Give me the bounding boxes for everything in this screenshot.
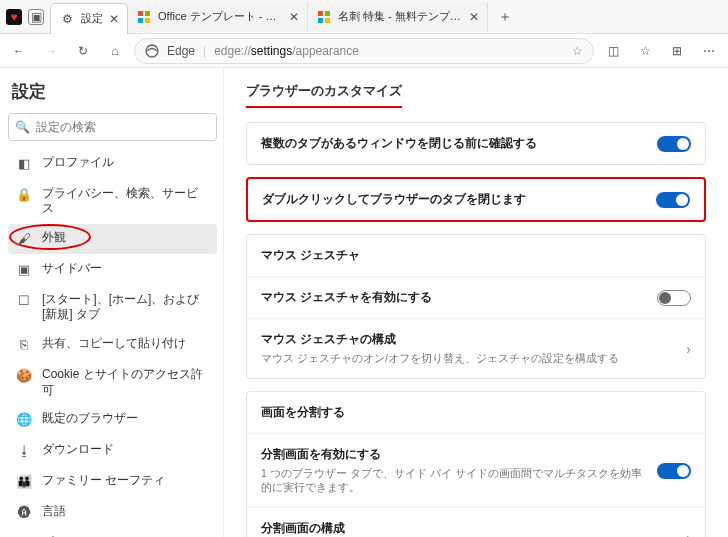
tab-settings[interactable]: ⚙ 設定 ✕ — [50, 3, 128, 34]
lock-icon: 🔒 — [16, 187, 32, 204]
search-input[interactable] — [36, 120, 210, 134]
sidebar-item-sidebar[interactable]: ▣サイドバー — [8, 255, 217, 285]
tab-label: 名刺 特集 - 無料テンプレート公開中 — [338, 9, 463, 24]
sidebar-item-profile[interactable]: ◧プロファイル — [8, 149, 217, 179]
settings-main: ブラウザーのカスタマイズ 複数のタブがあるウィンドウを閉じる前に確認する ダブル… — [224, 68, 728, 537]
home-button[interactable]: ⌂ — [102, 38, 128, 64]
browser-icon: 🌐 — [16, 412, 32, 429]
browser-toolbar: ← → ↻ ⌂ Edge | edge://settings/appearanc… — [0, 34, 728, 68]
svg-rect-1 — [145, 11, 150, 16]
edge-icon — [145, 44, 159, 58]
ms-icon — [136, 9, 152, 25]
family-icon: 👪 — [16, 474, 32, 491]
language-icon: 🅐 — [16, 505, 32, 522]
collections-icon[interactable]: ⊞ — [664, 38, 690, 64]
new-tab-button[interactable]: ＋ — [488, 8, 522, 26]
settings-heading: 設定 — [8, 76, 217, 113]
search-icon: 🔍 — [15, 120, 30, 134]
profile-icon: ◧ — [16, 156, 32, 173]
card-split-screen: 画面を分割する 分割画面を有効にする 1 つのブラウザー タブで、サイド バイ … — [246, 391, 706, 537]
card-close-tabs: 複数のタブがあるウィンドウを閉じる前に確認する — [246, 122, 706, 165]
sidebar-item-appearance[interactable]: 🖌外観 — [8, 224, 217, 254]
tab-label: Office テンプレート - Microsoft Offi... — [158, 9, 283, 24]
forward-button: → — [38, 38, 64, 64]
svg-rect-0 — [138, 11, 143, 16]
favorite-icon[interactable]: ☆ — [572, 44, 583, 58]
refresh-button[interactable]: ↻ — [70, 38, 96, 64]
sidebar-item-family[interactable]: 👪ファミリー セーフティ — [8, 467, 217, 497]
heart-favicon: ♥ — [6, 9, 22, 25]
back-button[interactable]: ← — [6, 38, 32, 64]
close-icon[interactable]: ✕ — [109, 12, 119, 26]
sidebar-item-downloads[interactable]: ⭳ダウンロード — [8, 436, 217, 466]
tab-template[interactable]: 名刺 特集 - 無料テンプレート公開中 ✕ — [308, 2, 488, 32]
share-icon: ⎘ — [16, 337, 32, 354]
toggle-gesture[interactable] — [657, 290, 691, 306]
svg-rect-4 — [318, 11, 323, 16]
paint-icon: 🖌 — [16, 231, 32, 248]
chevron-right-icon: › — [686, 341, 691, 357]
sidebar-item-printer[interactable]: 🖶プリンター — [8, 529, 217, 537]
favorites-icon[interactable]: ☆ — [632, 38, 658, 64]
sidebar-item-default[interactable]: 🌐既定のブラウザー — [8, 405, 217, 435]
close-icon[interactable]: ✕ — [289, 10, 299, 24]
svg-rect-3 — [145, 18, 150, 23]
cookie-icon: 🍪 — [16, 368, 32, 385]
card-doubleclick-close: ダブルクリックしてブラウザーのタブを閉じます — [246, 177, 706, 222]
svg-rect-6 — [318, 18, 323, 23]
sidebar-item-share[interactable]: ⎘共有、コピーして貼り付け — [8, 330, 217, 360]
newtab-icon: ☐ — [16, 293, 32, 310]
settings-sidebar: 設定 🔍 ◧プロファイル 🔒プライバシー、検索、サービス 🖌外観 ▣サイドバー … — [0, 68, 224, 537]
browser-titlebar: ♥ ▣ ⚙ 設定 ✕ Office テンプレート - Microsoft Off… — [0, 0, 728, 34]
section-title: ブラウザーのカスタマイズ — [246, 82, 402, 108]
gear-icon: ⚙ — [59, 11, 75, 27]
sidebar-item-language[interactable]: 🅐言語 — [8, 498, 217, 528]
download-icon: ⭳ — [16, 443, 32, 460]
card-mouse-gesture: マウス ジェスチャ マウス ジェスチャを有効にする マウス ジェスチャの構成 マ… — [246, 234, 706, 379]
row-gesture-header: マウス ジェスチャ — [247, 235, 705, 276]
row-split-header: 画面を分割する — [247, 392, 705, 433]
row-split-enable: 分割画面を有効にする 1 つのブラウザー タブで、サイド バイ サイドの画面間で… — [247, 433, 705, 507]
split-screen-icon[interactable]: ◫ — [600, 38, 626, 64]
sidebar-item-privacy[interactable]: 🔒プライバシー、検索、サービス — [8, 180, 217, 223]
sidebar-icon: ▣ — [16, 262, 32, 279]
extensions-icon[interactable]: ⋯ — [696, 38, 722, 64]
svg-rect-7 — [325, 18, 330, 23]
toggle-confirm-close[interactable] — [657, 136, 691, 152]
svg-rect-5 — [325, 11, 330, 16]
row-split-config[interactable]: 分割画面の構成 分割画面のオン/オフを切り替え、詳細設定を構成します。 › — [247, 507, 705, 537]
ms-icon — [316, 9, 332, 25]
edge-label: Edge — [167, 44, 195, 58]
settings-nav: ◧プロファイル 🔒プライバシー、検索、サービス 🖌外観 ▣サイドバー ☐[スター… — [8, 149, 217, 537]
row-doubleclick-close: ダブルクリックしてブラウザーのタブを閉じます — [248, 179, 704, 220]
workspace-icon[interactable]: ▣ — [28, 9, 44, 25]
chevron-right-icon: › — [686, 530, 691, 538]
row-confirm-close: 複数のタブがあるウィンドウを閉じる前に確認する — [247, 123, 705, 164]
toggle-doubleclick-close[interactable] — [656, 192, 690, 208]
toggle-split[interactable] — [657, 463, 691, 479]
close-icon[interactable]: ✕ — [469, 10, 479, 24]
settings-search[interactable]: 🔍 — [8, 113, 217, 141]
svg-rect-2 — [138, 18, 143, 23]
address-bar[interactable]: Edge | edge://settings/appearance ☆ — [134, 38, 594, 64]
tab-office[interactable]: Office テンプレート - Microsoft Offi... ✕ — [128, 2, 308, 32]
tab-label: 設定 — [81, 11, 103, 26]
sidebar-item-cookies[interactable]: 🍪Cookie とサイトのアクセス許可 — [8, 361, 217, 404]
row-gesture-enable: マウス ジェスチャを有効にする — [247, 276, 705, 318]
sidebar-item-start[interactable]: ☐[スタート]、[ホーム]、および [新規] タブ — [8, 286, 217, 329]
row-gesture-config[interactable]: マウス ジェスチャの構成 マウス ジェスチャのオン/オフを切り替え、ジェスチャの… — [247, 318, 705, 378]
